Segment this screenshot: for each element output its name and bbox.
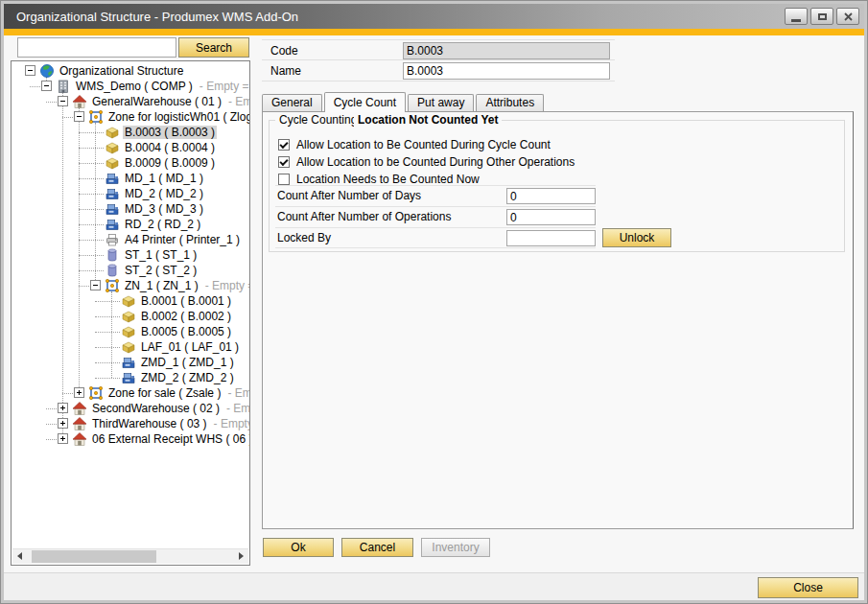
close-window-button[interactable]	[836, 8, 859, 25]
tree-item[interactable]: SecondWarehouse ( 02 )- Empty	[12, 401, 249, 416]
tree-item[interactable]: A4 Printer ( Printer_1 )	[12, 232, 249, 247]
tree-item-label[interactable]: MD_1 ( MD_1 )	[123, 172, 205, 185]
tree-item-label[interactable]: RD_2 ( RD_2 )	[123, 218, 202, 231]
inventory-button[interactable]: Inventory	[421, 538, 490, 557]
tree-item[interactable]: Organizational Structure	[12, 63, 249, 79]
expand-toggle-icon[interactable]	[58, 403, 68, 413]
tree-item-label[interactable]: Zone for logisticWh01 ( Zlogist	[106, 110, 249, 124]
tab-put-away[interactable]: Put away	[408, 94, 474, 111]
tree-item[interactable]: ZN_1 ( ZN_1 )- Empty =	[12, 278, 249, 293]
checkbox[interactable]	[278, 156, 290, 168]
search-input[interactable]	[17, 37, 176, 58]
tree-horizontal-scrollbar[interactable]	[12, 548, 248, 564]
tree-item-label[interactable]: GeneralWarehouse ( 01 )	[90, 95, 223, 108]
tree-item-label[interactable]: Zone for sale ( Zsale )	[106, 386, 223, 400]
tree-item[interactable]: ST_1 ( ST_1 )	[12, 247, 249, 263]
tree-item[interactable]: RD_2 ( RD_2 )	[12, 217, 249, 232]
tree-item[interactable]: MD_2 ( MD_2 )	[12, 186, 249, 201]
tree-item-label[interactable]: ZN_1 ( ZN_1 )	[123, 279, 200, 292]
tab-general[interactable]: General	[262, 94, 322, 111]
tree-item-label[interactable]: ST_2 ( ST_2 )	[123, 264, 199, 277]
tree-item[interactable]: ZMD_1 ( ZMD_1 )	[12, 355, 249, 370]
tree-item-label[interactable]: B.0002 ( B.0002 )	[139, 310, 233, 323]
tree-connector	[30, 86, 40, 87]
tree-item[interactable]: B.0009 ( B.0009 )	[12, 155, 249, 171]
titlebar[interactable]: Organizational Structure - Produmex WMS …	[4, 4, 864, 29]
tree-connector	[46, 408, 57, 409]
checkbox[interactable]	[278, 139, 290, 151]
tree-item-label[interactable]: ZMD_2 ( ZMD_2 )	[139, 371, 236, 384]
tree-item[interactable]: WMS_Demo ( COMP )- Empty = 52/5	[12, 79, 249, 94]
unlock-button[interactable]: Unlock	[602, 228, 671, 247]
tree-item[interactable]: LAF_01 ( LAF_01 )	[12, 339, 249, 355]
checkbox-label: Allow Location to Be Counted During Cycl…	[296, 138, 551, 151]
tree-item[interactable]: Zone for logisticWh01 ( Zlogist	[12, 109, 249, 125]
tree-item[interactable]: B.0002 ( B.0002 )	[12, 309, 249, 324]
tree-item-label[interactable]: A4 Printer ( Printer_1 )	[123, 233, 242, 246]
tree-item[interactable]: ST_2 ( ST_2 )	[12, 263, 249, 278]
tree-item-label[interactable]: 06 External Receipt WHS ( 06 )	[90, 432, 249, 446]
scroll-right-arrow-icon[interactable]	[233, 549, 248, 564]
tree-item[interactable]: Zone for sale ( Zsale )- Empty	[12, 385, 249, 401]
search-button[interactable]: Search	[178, 37, 249, 58]
tree-item-label[interactable]: LAF_01 ( LAF_01 )	[139, 340, 241, 354]
close-icon	[844, 10, 853, 24]
tree-connector	[95, 332, 120, 333]
tab-attributes[interactable]: Attributes	[476, 94, 544, 111]
tree-item-note: - Empty =	[205, 279, 249, 292]
field-label: Locked By	[277, 231, 331, 244]
tree-connector	[79, 132, 104, 133]
tree-connector	[79, 209, 104, 210]
tree-item-label[interactable]: ZMD_1 ( ZMD_1 )	[139, 356, 236, 369]
collapse-toggle-icon[interactable]	[41, 81, 52, 91]
tree-item-label[interactable]: B.0004 ( B.0004 )	[123, 141, 217, 154]
collapse-toggle-icon[interactable]	[25, 65, 35, 76]
tree-item-label[interactable]: B.0001 ( B.0001 )	[139, 294, 233, 308]
count-after-number-of-days-input[interactable]	[506, 188, 596, 204]
scrollbar-thumb[interactable]	[32, 550, 156, 563]
tree-item[interactable]: ZMD_2 ( ZMD_2 )	[12, 370, 249, 385]
checkbox-list: Allow Location to Be Counted During Cycl…	[278, 136, 834, 188]
cancel-button[interactable]: Cancel	[341, 538, 413, 557]
tree-item-label[interactable]: B.0003 ( B.0003 )	[123, 126, 217, 139]
tree-item[interactable]: MD_1 ( MD_1 )	[12, 171, 249, 186]
tree-item-label[interactable]: B.0009 ( B.0009 )	[123, 156, 217, 170]
tree-item[interactable]: MD_3 ( MD_3 )	[12, 201, 249, 217]
expand-toggle-icon[interactable]	[58, 433, 68, 444]
tree-item[interactable]: B.0004 ( B.0004 )	[12, 140, 249, 155]
tree-item-label[interactable]: MD_3 ( MD_3 )	[123, 202, 205, 216]
warehouse-icon	[72, 94, 87, 109]
count-after-number-of-operations-input[interactable]	[506, 209, 596, 225]
tree-connector	[79, 178, 104, 179]
tree-item[interactable]: B.0005 ( B.0005 )	[12, 324, 249, 339]
minimize-button[interactable]	[785, 8, 808, 25]
expand-toggle-icon[interactable]	[58, 418, 68, 429]
tree-item[interactable]: ThirdWarehouse ( 03 )- Empty = (	[12, 416, 249, 431]
close-button[interactable]: Close	[758, 577, 858, 598]
tree-item-label[interactable]: B.0005 ( B.0005 )	[139, 325, 233, 338]
tree-item-label[interactable]: WMS_Demo ( COMP )	[74, 80, 195, 93]
tree-item-label[interactable]: ST_1 ( ST_1 )	[123, 248, 199, 262]
expand-toggle-icon[interactable]	[74, 387, 84, 398]
checkbox-label: Allow Location to be Counted During Othe…	[296, 155, 575, 169]
tree-item-label[interactable]: SecondWarehouse ( 02 )	[90, 402, 222, 415]
tree-item[interactable]: B.0001 ( B.0001 )	[12, 293, 249, 309]
collapse-toggle-icon[interactable]	[58, 96, 68, 106]
tree-item[interactable]: 06 External Receipt WHS ( 06 )-	[12, 431, 249, 447]
collapse-toggle-icon[interactable]	[74, 111, 84, 122]
tree-item-note: - Empty = (	[214, 417, 249, 430]
collapse-toggle-icon[interactable]	[90, 280, 101, 290]
tree-item-label[interactable]: MD_2 ( MD_2 )	[123, 187, 205, 200]
tab-cycle-count[interactable]: Cycle Count	[324, 92, 406, 112]
tree-item-label[interactable]: Organizational Structure	[58, 64, 185, 78]
tree-item-label[interactable]: ThirdWarehouse ( 03 )	[90, 417, 209, 430]
tree-item[interactable]: B.0003 ( B.0003 )	[12, 125, 249, 140]
name-input[interactable]	[403, 62, 610, 80]
ok-button[interactable]: Ok	[263, 538, 334, 557]
dock-icon	[121, 370, 136, 385]
checkbox[interactable]	[278, 174, 290, 185]
locked-by-input[interactable]	[506, 230, 596, 246]
scroll-left-arrow-icon[interactable]	[12, 549, 28, 564]
tree-item[interactable]: GeneralWarehouse ( 01 )- Empty	[12, 94, 249, 109]
maximize-button[interactable]	[810, 8, 833, 25]
